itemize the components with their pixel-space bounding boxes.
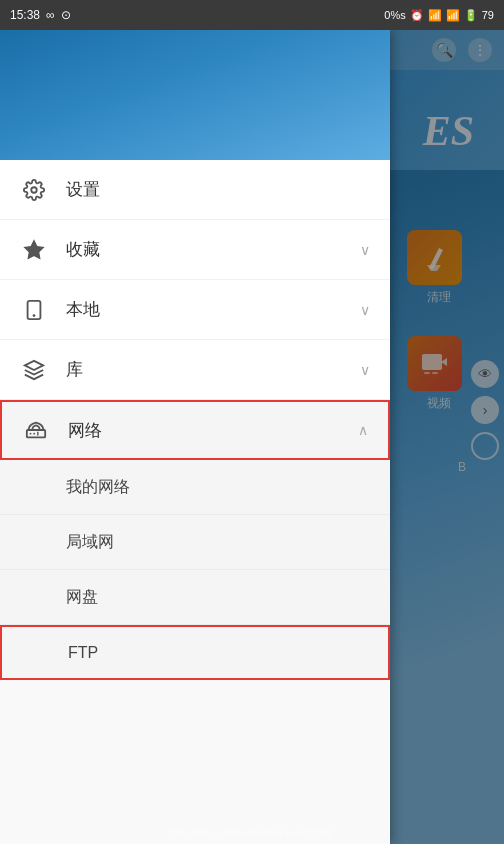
- svg-marker-8: [25, 360, 43, 369]
- menu-item-favorites[interactable]: 收藏 ∨: [0, 220, 390, 280]
- local-icon: [20, 296, 48, 324]
- submenu-my-network[interactable]: 我的网络: [0, 460, 390, 515]
- ftp-label: FTP: [68, 644, 98, 662]
- local-chevron: ∨: [360, 302, 370, 318]
- library-chevron: ∨: [360, 362, 370, 378]
- time: 15:38: [10, 8, 40, 22]
- status-right: 0%s ⏰ 📶 📶 🔋 79: [384, 9, 494, 22]
- network-label: 网络: [68, 419, 358, 442]
- alarm-icon: ⏰: [410, 9, 424, 22]
- my-network-label: 我的网络: [66, 477, 130, 498]
- menu-item-local[interactable]: 本地 ∨: [0, 280, 390, 340]
- settings-label: 设置: [66, 178, 370, 201]
- submenu-lan[interactable]: 局域网: [0, 515, 390, 570]
- settings-icon: [20, 176, 48, 204]
- svg-point-4: [31, 187, 37, 193]
- menu-item-library[interactable]: 库 ∨: [0, 340, 390, 400]
- submenu-cloud[interactable]: 网盘: [0, 570, 390, 625]
- signal-icon: 📶: [446, 9, 460, 22]
- battery-percent: 79: [482, 9, 494, 21]
- network-percent: 0%s: [384, 9, 405, 21]
- library-label: 库: [66, 358, 360, 381]
- library-icon: [20, 356, 48, 384]
- status-left: 15:38 ∞ ⊙: [10, 8, 71, 22]
- wifi-icon: 📶: [428, 9, 442, 22]
- infinite-icon: ∞: [46, 8, 55, 22]
- battery-icon: 🔋: [464, 9, 478, 22]
- drawer-header: [0, 30, 390, 160]
- menu-item-network[interactable]: 网络 ∧: [0, 400, 390, 460]
- network-chevron: ∧: [358, 422, 368, 438]
- dim-overlay[interactable]: [390, 30, 504, 844]
- sim-icon: ⊙: [61, 8, 71, 22]
- network-icon: [22, 416, 50, 444]
- lan-label: 局域网: [66, 532, 114, 553]
- submenu-ftp[interactable]: FTP: [0, 625, 390, 680]
- local-label: 本地: [66, 298, 360, 321]
- status-bar: 15:38 ∞ ⊙ 0%s ⏰ 📶 📶 🔋 79: [0, 0, 504, 30]
- watermark: http://blog.csdn.net/chenniyang0306: [172, 828, 333, 839]
- drawer-header-bg: [0, 30, 390, 160]
- drawer-overlay: 设置 收藏 ∨ 本地: [0, 30, 504, 844]
- menu-item-settings[interactable]: 设置: [0, 160, 390, 220]
- favorites-label: 收藏: [66, 238, 360, 261]
- svg-marker-5: [25, 240, 43, 257]
- favorites-chevron: ∨: [360, 242, 370, 258]
- cloud-label: 网盘: [66, 587, 98, 608]
- drawer-panel: 设置 收藏 ∨ 本地: [0, 30, 390, 844]
- favorites-icon: [20, 236, 48, 264]
- drawer-menu: 设置 收藏 ∨ 本地: [0, 160, 390, 844]
